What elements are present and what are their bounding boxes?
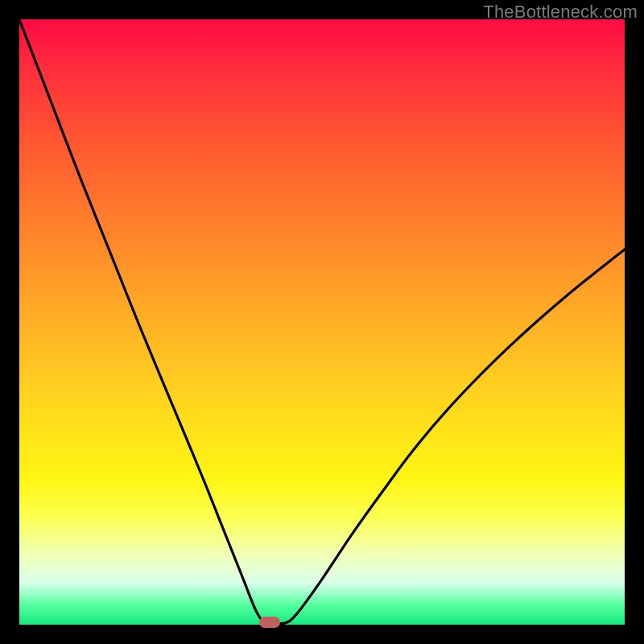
- chart-frame: TheBottleneck.com: [0, 0, 644, 644]
- watermark-text: TheBottleneck.com: [483, 2, 638, 23]
- plot-area: [19, 19, 625, 625]
- bottleneck-curve: [19, 19, 625, 625]
- optimal-point-marker: [259, 617, 280, 628]
